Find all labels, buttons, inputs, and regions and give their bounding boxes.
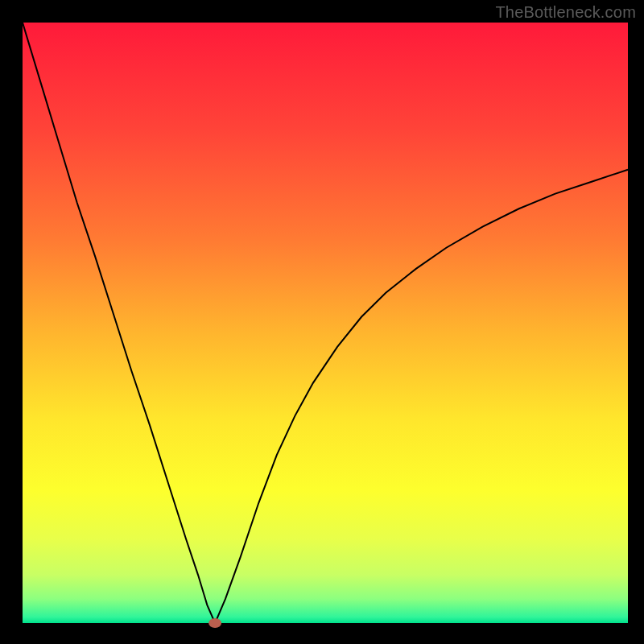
chart-stage: TheBottleneck.com	[0, 0, 644, 644]
optimal-point-marker	[208, 618, 221, 628]
chart-svg	[0, 0, 644, 644]
plot-area	[23, 23, 628, 623]
watermark-text: TheBottleneck.com	[495, 3, 636, 22]
